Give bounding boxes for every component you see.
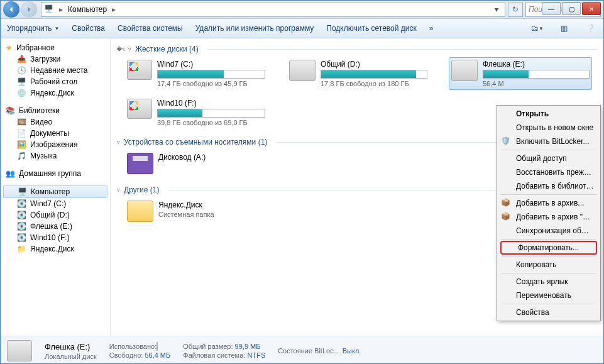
address-dropdown[interactable]: ▾ — [491, 5, 502, 14]
sidebar-favorites-header[interactable]: ★Избранное — [1, 42, 110, 53]
menu-item-open-new-window[interactable]: Открыть в новом окне — [498, 121, 599, 135]
folder-icon — [127, 201, 153, 222]
preview-pane-button[interactable]: ▥ — [557, 21, 571, 35]
menu-item-add-to-library[interactable]: Добавить в библиотеку — [498, 179, 599, 193]
drive-icon — [127, 99, 152, 119]
sidebar-item-drive-f[interactable]: 💽Wind10 (F:) — [1, 232, 110, 243]
sidebar-item-music[interactable]: 🎵Музыка — [1, 150, 110, 162]
sidebar-item-drive-e[interactable]: 💽Флешка (E:) — [1, 221, 110, 232]
menu-item-properties[interactable]: Свойства — [498, 306, 599, 319]
sidebar-item-yandex-disk[interactable]: 💿Яндекс.Диск — [1, 87, 110, 99]
nav-back-button[interactable] — [3, 1, 19, 18]
status-name: Флешка (E:) — [45, 342, 97, 351]
section-hard-drives[interactable]: �হ▿ Жесткие диски (4) — [117, 45, 597, 53]
computer-icon: 🖥️ — [44, 4, 54, 14]
menu-item-add-to-named-archive[interactable]: 📦Добавить в архив "Archiv — [498, 210, 599, 224]
system-properties-button[interactable]: Свойства системы — [118, 24, 183, 33]
context-menu: Открыть Открыть в новом окне 🛡️Включить … — [497, 105, 601, 321]
status-type: Локальный диск — [45, 353, 97, 360]
menu-item-format[interactable]: Форматировать... — [500, 241, 597, 255]
sidebar-item-videos[interactable]: 🎞️Видео — [1, 116, 110, 128]
drive-floppy[interactable]: Дисковод (A:) — [124, 150, 268, 177]
refresh-button[interactable]: ↻ — [508, 2, 523, 17]
drive-icon — [127, 60, 152, 80]
details-pane: Флешка (E:) Локальный диск Использовано:… — [1, 336, 603, 364]
organize-button[interactable]: Упорядочить ▼ — [7, 24, 59, 33]
close-button[interactable]: ✕ — [582, 3, 601, 15]
menu-item-restore-previous[interactable]: Восстановить прежнюю — [498, 165, 599, 179]
usage-bar — [483, 70, 590, 79]
properties-button[interactable]: Свойства — [72, 24, 105, 33]
drive-d[interactable]: Общий (D:) 17,8 ГБ свободно из 180 ГБ — [287, 57, 430, 90]
menu-item-rename[interactable]: Переименовать — [498, 289, 599, 302]
drive-icon — [451, 60, 478, 81]
floppy-icon — [127, 153, 153, 174]
drive-c[interactable]: Wind7 (C:) 17,4 ГБ свободно из 45,9 ГБ — [124, 57, 268, 90]
menu-item-share[interactable]: Общий доступ — [498, 152, 599, 165]
toolbar-overflow[interactable]: » — [429, 24, 434, 33]
sidebar-item-downloads[interactable]: 📥Загрузки — [1, 53, 110, 65]
sidebar-item-recent[interactable]: 🕓Недавние места — [1, 65, 110, 76]
sidebar-item-drive-c[interactable]: 💽Wind7 (C:) — [1, 198, 110, 209]
drive-e[interactable]: Флешка (E:) 56,4 М — [449, 57, 592, 90]
folder-yandex-disk[interactable]: Яндекс.Диск Системная папка — [124, 198, 268, 224]
explorer-window: — ▢ ✕ 🖥️ ▸ Компьютер ▸ ▾ ↻ Поиск: Ком… У… — [0, 0, 604, 364]
command-bar: Упорядочить ▼ Свойства Свойства системы … — [1, 19, 603, 38]
view-options-button[interactable]: 🗂 ▼ — [530, 21, 544, 35]
menu-item-bitlocker[interactable]: 🛡️Включить BitLocker... — [498, 135, 599, 148]
window-controls: — ▢ ✕ — [542, 3, 601, 15]
archive-icon: 📦 — [501, 198, 511, 208]
sidebar-libraries-header[interactable]: 📚Библиотеки — [1, 105, 110, 116]
menu-item-copy[interactable]: Копировать — [498, 258, 599, 272]
address-bar[interactable]: 🖥️ ▸ Компьютер ▸ ▾ — [41, 2, 505, 17]
titlebar: 🖥️ ▸ Компьютер ▸ ▾ ↻ Поиск: Ком… — [1, 1, 603, 19]
uninstall-program-button[interactable]: Удалить или изменить программу — [195, 24, 314, 33]
maximize-button[interactable]: ▢ — [562, 3, 581, 15]
sidebar-item-pictures[interactable]: 🖼️Изображения — [1, 139, 110, 150]
nav-forward-button[interactable] — [21, 1, 37, 18]
drive-icon — [289, 60, 316, 81]
menu-item-add-to-archive[interactable]: 📦Добавить в архив... — [498, 196, 599, 210]
menu-item-sync-shared[interactable]: Синхронизация общих п — [498, 224, 599, 238]
archive-icon: 📦 — [501, 212, 511, 222]
navigation-pane: ★Избранное 📥Загрузки 🕓Недавние места 🖥️Р… — [1, 38, 111, 336]
usage-bar — [321, 70, 427, 79]
menu-item-create-shortcut[interactable]: Создать ярлык — [498, 275, 599, 289]
sidebar-item-drive-d[interactable]: 💽Общий (D:) — [1, 209, 110, 221]
drive-icon — [7, 340, 32, 361]
sidebar-homegroup-header[interactable]: 👥Домашняя группа — [1, 168, 110, 179]
sidebar-item-desktop[interactable]: 🖥️Рабочий стол — [1, 76, 110, 87]
usage-bar — [157, 70, 265, 79]
map-drive-button[interactable]: Подключить сетевой диск — [326, 24, 416, 33]
sidebar-item-documents[interactable]: 📄Документы — [1, 128, 110, 139]
minimize-button[interactable]: — — [542, 3, 561, 15]
sidebar-item-yandex-folder[interactable]: 📁Яндекс.Диск — [1, 243, 110, 255]
help-button[interactable]: ❔ — [583, 21, 597, 35]
menu-item-open[interactable]: Открыть — [498, 107, 599, 121]
status-usage-bar — [156, 342, 158, 351]
usage-bar — [157, 109, 265, 118]
drive-f[interactable]: Wind10 (F:) 39,8 ГБ свободно из 69,0 ГБ — [124, 96, 268, 129]
shield-icon: 🛡️ — [501, 136, 511, 146]
sidebar-item-computer[interactable]: 🖥️Компьютер — [3, 185, 107, 198]
breadcrumb[interactable]: Компьютер — [68, 5, 107, 14]
